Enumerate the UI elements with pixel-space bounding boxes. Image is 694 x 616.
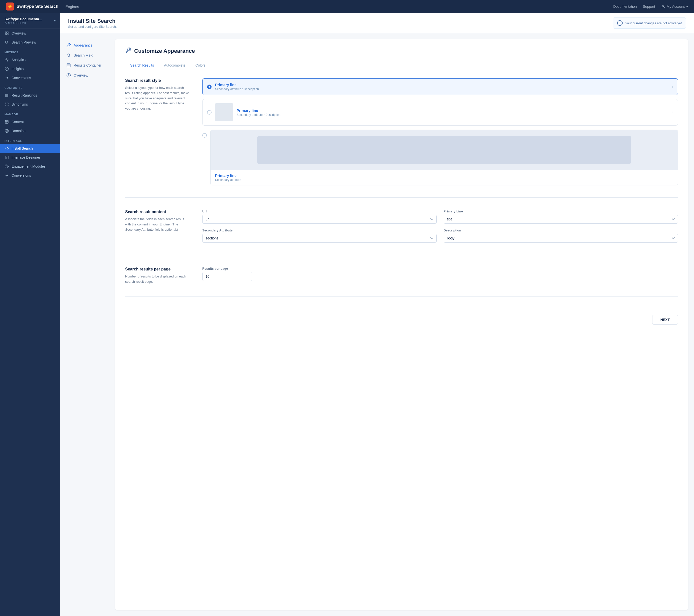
content-section-title: Search result content xyxy=(125,210,190,214)
style-radio-2 xyxy=(207,110,212,115)
tabs: Search Results Autocomplete Colors xyxy=(125,61,678,70)
appearance-icon xyxy=(66,43,71,48)
nav-engines[interactable]: Engines xyxy=(65,4,79,9)
sidebar-item-install-search[interactable]: Install Search xyxy=(0,144,60,153)
sidebar: Swiftype Documenta... MY ACCOUNT ▾ Overv… xyxy=(0,13,60,616)
sidebar-item-content[interactable]: Content xyxy=(0,117,60,126)
left-nav-search-field[interactable]: Search Field xyxy=(60,50,115,60)
sidebar-item-conversions-interface[interactable]: Conversions xyxy=(0,171,60,180)
tab-colors[interactable]: Colors xyxy=(190,61,211,70)
svg-rect-4 xyxy=(5,34,6,35)
results-container-icon xyxy=(66,63,71,68)
style-option-primary-1: Primary line xyxy=(215,82,669,87)
sidebar-item-interface-designer[interactable]: Interface Designer xyxy=(0,153,60,162)
secondary-attr-label: Secondary Attribute xyxy=(202,229,437,232)
domains-icon xyxy=(4,129,9,133)
panel-footer: NEXT xyxy=(125,309,678,324)
sidebar-section-interface: INTERFACE xyxy=(0,135,60,144)
page-notice: i Your current changes are not active ye… xyxy=(613,18,686,29)
sidebar-item-result-rankings[interactable]: Result Rankings xyxy=(0,91,60,100)
nav-account-menu[interactable]: My Account ▾ xyxy=(661,4,688,8)
sidebar-item-insights[interactable]: Insights xyxy=(0,64,60,73)
svg-rect-23 xyxy=(67,63,70,67)
secondary-attr-select[interactable]: sections url title body xyxy=(202,234,437,243)
sidebar-item-label: Engagement Modules xyxy=(12,164,45,168)
install-search-icon xyxy=(4,146,9,151)
sidebar-item-label: Domains xyxy=(12,129,25,133)
results-per-page-section: Search results per page Number of result… xyxy=(125,267,678,297)
sidebar-account-name: Swiftype Documenta... xyxy=(4,17,42,21)
nav-docs-link[interactable]: Documentation xyxy=(613,4,637,8)
tab-search-results[interactable]: Search Results xyxy=(125,61,159,70)
field-secondary-attr: Secondary Attribute sections url title b… xyxy=(202,229,437,243)
notice-icon: i xyxy=(617,20,623,26)
page-header: Install Site Search Set up and configure… xyxy=(60,13,694,33)
notice-text: Your current changes are not active yet xyxy=(625,21,682,25)
sidebar-item-label: Insights xyxy=(12,67,23,71)
sidebar-account-info: Swiftype Documenta... MY ACCOUNT xyxy=(4,17,42,24)
app-logo[interactable]: ⚡ Swiftype Site Search xyxy=(6,2,58,11)
primary-line-select[interactable]: title url body sections xyxy=(444,215,678,224)
tab-autocomplete[interactable]: Autocomplete xyxy=(159,61,190,70)
sidebar-item-overview[interactable]: Overview xyxy=(0,29,60,38)
description-label: Description xyxy=(444,229,678,232)
analytics-icon xyxy=(4,58,9,62)
sidebar-item-domains[interactable]: Domains xyxy=(0,126,60,135)
sidebar-section-metrics: METRICS xyxy=(0,47,60,55)
search-preview-icon xyxy=(4,40,9,44)
sidebar-item-label: Analytics xyxy=(12,58,25,62)
card-image-inner-3 xyxy=(257,136,631,164)
url-label: Url xyxy=(202,210,437,213)
card-secondary-3: Secondary attribute xyxy=(215,178,241,182)
sidebar-item-conversions-metrics[interactable]: Conversions xyxy=(0,73,60,82)
section-right-content: Url url title body sections Primary Line xyxy=(202,210,678,243)
form-grid: Url url title body sections Primary Line xyxy=(202,210,678,243)
next-button[interactable]: NEXT xyxy=(652,315,678,324)
sidebar-item-synonyms[interactable]: Synonyms xyxy=(0,100,60,109)
style-option-2[interactable]: Primary line Secondary attribute • Descr… xyxy=(202,99,678,126)
account-small-icon xyxy=(4,22,7,24)
nav-support-link[interactable]: Support xyxy=(643,4,655,8)
section-title: Search result style xyxy=(125,78,190,83)
panel-header: Customize Appearance xyxy=(125,47,678,55)
style-options: Primary line Secondary attribute • Descr… xyxy=(202,78,678,185)
chevron-right-icon-2: › xyxy=(672,110,673,115)
logo-icon: ⚡ xyxy=(6,2,14,11)
interface-designer-icon xyxy=(4,155,9,160)
left-nav-results-container[interactable]: Results Container xyxy=(60,60,115,70)
style-option-1[interactable]: Primary line Secondary attribute • Descr… xyxy=(202,78,678,95)
style-option-thumb-2 xyxy=(215,103,233,122)
search-result-content-section: Search result content Associate the fiel… xyxy=(125,210,678,255)
svg-rect-2 xyxy=(5,32,6,33)
left-nav-item-label: Appearance xyxy=(74,43,93,47)
sidebar-item-search-preview[interactable]: Search Preview xyxy=(0,38,60,47)
sidebar-account[interactable]: Swiftype Documenta... MY ACCOUNT ▾ xyxy=(0,13,60,29)
svg-rect-18 xyxy=(5,156,8,159)
section-desc: Select a layout type for how each search… xyxy=(125,85,190,111)
engagement-icon xyxy=(4,164,9,169)
left-nav-item-label: Results Container xyxy=(74,63,102,67)
style-option-secondary-1: Secondary attribute • Description xyxy=(215,87,669,91)
sidebar-item-analytics[interactable]: Analytics xyxy=(0,55,60,64)
left-nav-appearance[interactable]: Appearance xyxy=(60,40,115,50)
style-option-3-wrap[interactable]: Primary line Secondary attribute xyxy=(202,130,678,185)
field-url: Url url title body sections xyxy=(202,210,437,224)
results-per-page-input[interactable] xyxy=(202,272,252,281)
sidebar-item-engagement-modules[interactable]: Engagement Modules xyxy=(0,162,60,171)
svg-rect-3 xyxy=(7,32,8,33)
left-nav-item-label: Search Field xyxy=(74,53,93,57)
style-radio-3 xyxy=(202,133,207,137)
results-per-page-label: Results per page xyxy=(202,267,678,270)
url-select[interactable]: url title body sections xyxy=(202,215,437,224)
insights-icon xyxy=(4,67,9,71)
page-title: Install Site Search xyxy=(68,18,117,24)
description-select[interactable]: body url title sections xyxy=(444,234,678,243)
card-image-3 xyxy=(211,130,678,170)
top-nav: ⚡ Swiftype Site Search Engines Documenta… xyxy=(0,0,694,13)
page-header-left: Install Site Search Set up and configure… xyxy=(68,18,117,29)
top-nav-right: Documentation Support My Account ▾ xyxy=(613,4,688,8)
card-primary-3: Primary line xyxy=(215,173,241,178)
sidebar-account-label: MY ACCOUNT xyxy=(4,21,42,24)
left-nav-overview[interactable]: Overview xyxy=(60,70,115,80)
app-layout: Swiftype Documenta... MY ACCOUNT ▾ Overv… xyxy=(0,13,694,616)
